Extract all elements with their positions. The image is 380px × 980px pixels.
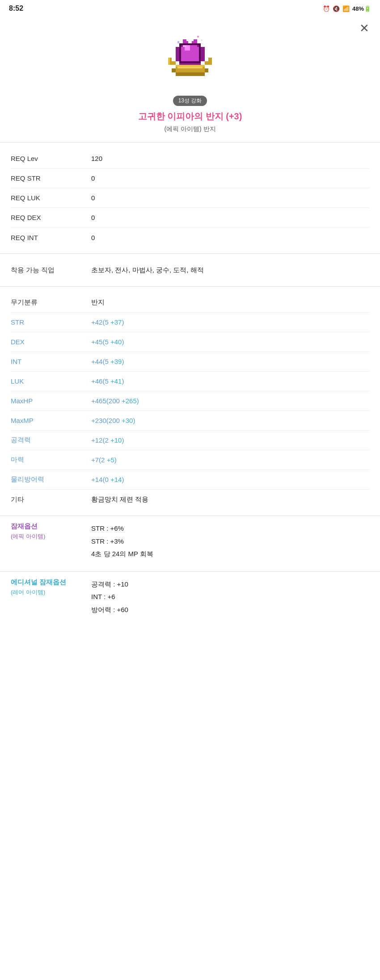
- str-row: STR +42(5 +37): [11, 313, 369, 332]
- latent-values: STR : +6% STR : +3% 4초 당 24의 MP 회복: [91, 522, 369, 561]
- additional-content: 에디셔널 잠재옵션 (레어 아이템) 공격력 : +10 INT : +6 방어…: [11, 578, 369, 617]
- etc-value: 황금망치 제련 적용: [91, 495, 148, 504]
- status-icons: ⏰ 🔇 📶 48%🔋: [323, 5, 371, 12]
- svg-rect-23: [197, 36, 199, 38]
- magic-value: +7(2 +5): [91, 456, 117, 464]
- svg-rect-4: [208, 58, 212, 65]
- luk-row: LUK +46(5 +41): [11, 372, 369, 391]
- etc-row: 기타 황금망치 제련 적용: [11, 490, 369, 509]
- additional-option-1: 공격력 : +10: [91, 578, 369, 591]
- physdef-value: +14(0 +14): [91, 476, 124, 483]
- additional-option-3: 방어력 : +60: [91, 604, 369, 617]
- physdef-label: 물리방어력: [11, 475, 91, 484]
- luk-label: LUK: [11, 377, 91, 385]
- magic-label: 마력: [11, 456, 91, 464]
- physdef-row: 물리방어력 +14(0 +14): [11, 470, 369, 490]
- additional-option-list: 공격력 : +10 INT : +6 방어력 : +60: [91, 578, 369, 617]
- divider-2: [0, 253, 380, 254]
- dex-value: +45(5 +40): [91, 338, 124, 346]
- req-int-value: 0: [91, 234, 95, 241]
- category-label: 무기분류: [11, 298, 91, 307]
- req-dex-row: REQ DEX 0: [11, 208, 369, 228]
- atk-label: 공격력: [11, 436, 91, 444]
- additional-values: 공격력 : +10 INT : +6 방어력 : +60: [91, 578, 369, 617]
- maxmp-label: MaxMP: [11, 417, 91, 424]
- req-lev-row: REQ Lev 120: [11, 149, 369, 169]
- svg-rect-9: [168, 58, 170, 65]
- dex-row: DEX +45(5 +40): [11, 332, 369, 352]
- atk-value: +12(2 +10): [91, 436, 124, 444]
- close-button[interactable]: ✕: [359, 22, 369, 34]
- jobs-section: 착용 가능 직업 초보자, 전사, 마법사, 궁수, 도적, 해적: [0, 256, 380, 284]
- str-label: STR: [11, 318, 91, 326]
- svg-rect-13: [201, 47, 204, 62]
- status-bar: 8:52 ⏰ 🔇 📶 48%🔋: [0, 0, 380, 15]
- int-value: +44(5 +39): [91, 358, 124, 365]
- maxhp-value: +465(200 +265): [91, 397, 139, 405]
- int-row: INT +44(5 +39): [11, 352, 369, 372]
- mute-icon: 🔇: [333, 5, 340, 12]
- latent-label-col: 잠재옵션 (에픽 아이템): [11, 522, 91, 545]
- latent-content: 잠재옵션 (에픽 아이템) STR : +6% STR : +3% 4초 당 2…: [11, 522, 369, 561]
- svg-rect-24: [201, 39, 203, 41]
- req-int-label: REQ INT: [11, 234, 91, 241]
- status-time: 8:52: [9, 4, 23, 13]
- svg-rect-8: [176, 65, 205, 67]
- req-luk-label: REQ LUK: [11, 194, 91, 202]
- req-str-label: REQ STR: [11, 174, 91, 182]
- item-image-area: [0, 15, 380, 96]
- additional-option-2: INT : +6: [91, 591, 369, 604]
- divider-1: [0, 142, 380, 143]
- jobs-value: 초보자, 전사, 마법사, 궁수, 도적, 해적: [91, 266, 204, 275]
- svg-rect-25: [177, 41, 179, 43]
- jobs-label: 착용 가능 직업: [11, 266, 91, 275]
- svg-rect-7: [176, 72, 205, 76]
- wifi-icon: 📶: [342, 5, 350, 12]
- enhancement-badge-area: 13성 강화: [0, 96, 380, 106]
- svg-rect-28: [179, 43, 181, 62]
- divider-5: [0, 571, 380, 572]
- alarm-icon: ⏰: [323, 5, 330, 12]
- req-str-value: 0: [91, 174, 95, 182]
- maxhp-label: MaxHP: [11, 397, 91, 405]
- additional-section: 에디셔널 잠재옵션 (레어 아이템) 공격력 : +10 INT : +6 방어…: [0, 574, 380, 630]
- item-subtitle: (에픽 아이템) 반지: [0, 125, 380, 133]
- req-lev-value: 120: [91, 155, 102, 162]
- maxmp-value: +230(200 +30): [91, 417, 135, 424]
- dex-label: DEX: [11, 338, 91, 346]
- int-label: INT: [11, 358, 91, 365]
- req-lev-label: REQ Lev: [11, 155, 91, 162]
- svg-rect-5: [172, 68, 175, 72]
- divider-4: [0, 515, 380, 516]
- atk-row: 공격력 +12(2 +10): [11, 431, 369, 450]
- req-dex-label: REQ DEX: [11, 214, 91, 221]
- latent-option-2: STR : +3%: [91, 535, 369, 548]
- req-int-row: REQ INT 0: [11, 228, 369, 247]
- additional-sub: (레어 아이템): [11, 588, 91, 596]
- item-image: [161, 29, 219, 87]
- maxmp-row: MaxMP +230(200 +30): [11, 411, 369, 431]
- req-dex-value: 0: [91, 214, 95, 221]
- svg-rect-29: [199, 43, 201, 62]
- req-luk-row: REQ LUK 0: [11, 188, 369, 208]
- battery-text: 48%🔋: [352, 5, 371, 12]
- magic-row: 마력 +7(2 +5): [11, 450, 369, 470]
- maxhp-row: MaxHP +465(200 +265): [11, 391, 369, 411]
- svg-rect-1: [172, 61, 175, 65]
- latent-option-3: 4초 당 24의 MP 회복: [91, 548, 369, 561]
- divider-3: [0, 286, 380, 287]
- svg-rect-12: [176, 47, 179, 62]
- svg-rect-22: [190, 38, 192, 43]
- additional-label-col: 에디셔널 잠재옵션 (레어 아이템): [11, 578, 91, 601]
- svg-rect-27: [179, 61, 201, 63]
- item-sprite: [161, 29, 219, 87]
- req-str-row: REQ STR 0: [11, 169, 369, 188]
- category-row: 무기분류 반지: [11, 293, 369, 313]
- str-value: +42(5 +37): [91, 318, 124, 326]
- requirements-section: REQ Lev 120 REQ STR 0 REQ LUK 0 REQ DEX …: [0, 144, 380, 252]
- latent-sub: (에픽 아이템): [11, 532, 91, 541]
- item-name: 고귀한 이피아의 반지 (+3): [0, 110, 380, 122]
- latent-option-1: STR : +6%: [91, 522, 369, 535]
- jobs-row: 착용 가능 직업 초보자, 전사, 마법사, 궁수, 도적, 해적: [11, 260, 369, 280]
- category-value: 반지: [91, 298, 105, 307]
